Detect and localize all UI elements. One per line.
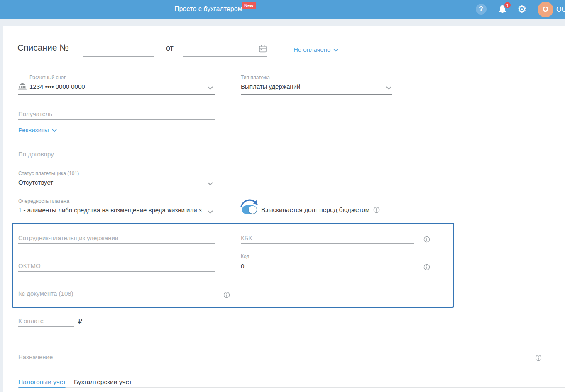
account-label: Расчетный счет [29, 75, 66, 80]
org-name: ОО [556, 6, 565, 13]
settings-button[interactable]: ⚙ [517, 3, 526, 15]
priority-value: 1 - алименты либо средства на возмещение… [18, 207, 204, 214]
payment-status-dropdown[interactable]: Не оплачено [294, 46, 338, 53]
bank-icon [18, 83, 27, 92]
chevron-down-icon [208, 208, 213, 216]
chevron-down-icon [333, 46, 338, 53]
budget-debt-label: Взыскивается долг перед бюджетом [261, 206, 369, 214]
purpose-input[interactable] [18, 352, 526, 363]
account-underline [18, 94, 215, 95]
annotation-arrow-icon [240, 197, 260, 210]
avatar[interactable]: O [538, 2, 553, 17]
payer-status-underline [18, 190, 215, 190]
bell-icon [498, 9, 507, 16]
header-bar: Просто с бухгалтером New ? 1 ⚙ O ОО [0, 0, 565, 19]
code-input[interactable] [241, 261, 414, 272]
code-label: Код [241, 253, 249, 259]
tab-bookkeeping[interactable]: Бухгалтерский учет [74, 378, 132, 386]
payment-type-value: Выплаты удержаний [241, 83, 300, 90]
info-icon[interactable] [535, 355, 542, 361]
info-icon[interactable] [373, 207, 380, 213]
date-from-label: от [166, 44, 174, 53]
info-icon[interactable] [423, 236, 430, 243]
info-icon[interactable] [223, 292, 230, 298]
details-expander[interactable]: Реквизиты [18, 127, 57, 134]
gear-icon: ⚙ [517, 3, 526, 15]
chevron-down-icon [52, 127, 57, 134]
app-title: Просто с бухгалтером [174, 5, 242, 13]
calendar-icon[interactable] [259, 45, 267, 54]
contract-input[interactable] [18, 149, 215, 160]
amount-input[interactable] [18, 316, 74, 327]
new-badge: New [242, 2, 256, 9]
chevron-down-icon [386, 84, 391, 92]
document-number-input[interactable] [83, 46, 154, 57]
recipient-input[interactable] [18, 109, 215, 120]
avatar-letter: O [543, 5, 548, 14]
priority-underline [18, 217, 215, 217]
active-tab-underline [18, 387, 66, 388]
question-icon: ? [479, 5, 483, 13]
page: Просто с бухгалтером New ? 1 ⚙ O ОО Спис… [0, 0, 565, 392]
ruble-sign: ₽ [78, 317, 82, 325]
priority-label: Очередность платежа [18, 198, 69, 204]
details-label: Реквизиты [18, 127, 49, 134]
payment-type-label: Тип платежа [241, 75, 270, 80]
payment-type-underline [241, 94, 392, 95]
kbk-input[interactable] [241, 233, 414, 244]
payer-status-label: Статус плательщика (101) [18, 170, 79, 176]
document-number-108-input[interactable] [18, 288, 215, 299]
document-date-input[interactable] [183, 46, 267, 57]
chevron-down-icon [208, 180, 213, 187]
payment-status-label: Не оплачено [294, 46, 330, 53]
page-title: Списание № [17, 43, 69, 53]
tab-tax-accounting[interactable]: Налоговый учет [18, 378, 66, 386]
employee-payer-input[interactable] [18, 233, 215, 244]
chevron-down-icon [208, 84, 213, 92]
account-value: 1234 •••• 0000 0000 [29, 83, 85, 90]
info-icon[interactable] [423, 264, 430, 270]
payer-status-value: Отсутствует [18, 179, 53, 186]
tabs-divider [18, 387, 565, 388]
oktmo-input[interactable] [18, 261, 215, 272]
notification-count-badge: 1 [504, 1, 511, 9]
help-button[interactable]: ? [476, 4, 487, 15]
